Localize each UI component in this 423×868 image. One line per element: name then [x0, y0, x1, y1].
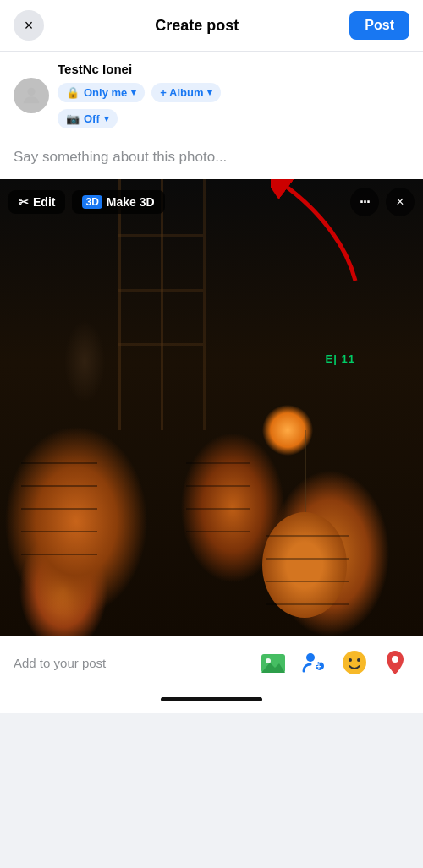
3d-icon: 3D	[82, 195, 102, 209]
photo-icon-button[interactable]	[259, 648, 288, 677]
chevron-down-icon-camera: ▾	[104, 113, 109, 124]
photo-container: E| 11 ✂ Edit 3D Make 3D ··· ×	[0, 179, 423, 636]
composer-placeholder[interactable]: Say something about this photo...	[14, 149, 409, 166]
bottom-bar: Add to your post +	[0, 636, 423, 689]
privacy-badge[interactable]: 🔒 Only me ▾	[58, 83, 145, 102]
svg-point-12	[392, 656, 398, 663]
close-icon: ×	[25, 17, 34, 35]
emoji-icon	[341, 649, 368, 676]
home-indicator	[0, 689, 423, 713]
location-icon	[382, 649, 409, 676]
green-sign: E| 11	[326, 352, 355, 365]
album-badge[interactable]: + Album ▾	[151, 83, 221, 102]
text-area: Say something about this photo...	[0, 140, 423, 179]
page-title: Create post	[155, 17, 239, 35]
camera-badge[interactable]: 📷 Off ▾	[58, 109, 118, 128]
badges-row-2: 📷 Off ▾	[58, 109, 221, 128]
svg-point-5	[306, 653, 315, 662]
location-icon-button[interactable]	[381, 648, 409, 677]
photo-close-button[interactable]: ×	[386, 188, 415, 216]
camera-label: Off	[84, 112, 100, 125]
more-button[interactable]: ···	[350, 188, 379, 216]
user-info: TestNc Ionei 🔒 Only me ▾ + Album ▾ 📷 Off…	[58, 62, 221, 128]
privacy-label: Only me	[84, 86, 127, 99]
edit-label: Edit	[33, 195, 55, 209]
home-bar	[161, 697, 262, 701]
svg-point-10	[349, 658, 352, 662]
photo-background: E| 11	[0, 179, 423, 636]
close-button[interactable]: ×	[14, 10, 44, 41]
badges-row: 🔒 Only me ▾ + Album ▾	[58, 83, 221, 102]
more-icon: ···	[360, 194, 370, 211]
user-section: TestNc Ionei 🔒 Only me ▾ + Album ▾ 📷 Off…	[0, 52, 423, 140]
bottom-icons: +	[259, 648, 409, 677]
user-name: TestNc Ionei	[58, 62, 221, 76]
photo-gallery-icon	[260, 649, 287, 676]
camera-icon: 📷	[66, 112, 80, 125]
svg-point-11	[357, 658, 360, 662]
chevron-down-icon: ▾	[131, 87, 136, 98]
emoji-icon-button[interactable]	[340, 648, 369, 677]
photo-controls: ✂ Edit 3D Make 3D ··· ×	[0, 188, 423, 216]
svg-point-0	[27, 87, 35, 95]
tag-people-icon: +	[300, 649, 327, 676]
header: × Create post Post	[0, 0, 423, 52]
svg-text:+: +	[316, 662, 321, 671]
user-row: TestNc Ionei 🔒 Only me ▾ + Album ▾ 📷 Off…	[14, 62, 409, 128]
avatar	[14, 78, 49, 113]
tag-icon-button[interactable]: +	[299, 648, 328, 677]
lock-icon: 🔒	[66, 86, 80, 99]
add-to-post-label: Add to your post	[14, 656, 259, 670]
make3d-button[interactable]: 3D Make 3D	[72, 190, 164, 214]
edit-button[interactable]: ✂ Edit	[8, 190, 65, 214]
edit-icon: ✂	[19, 195, 29, 209]
chevron-down-icon-album: ▾	[207, 87, 212, 98]
avatar-icon	[19, 84, 43, 107]
post-button[interactable]: Post	[349, 11, 409, 40]
photo-close-icon: ×	[396, 194, 404, 210]
svg-point-3	[266, 658, 271, 663]
make3d-label: Make 3D	[107, 195, 155, 209]
svg-point-9	[343, 651, 366, 674]
album-label: + Album	[160, 86, 203, 99]
